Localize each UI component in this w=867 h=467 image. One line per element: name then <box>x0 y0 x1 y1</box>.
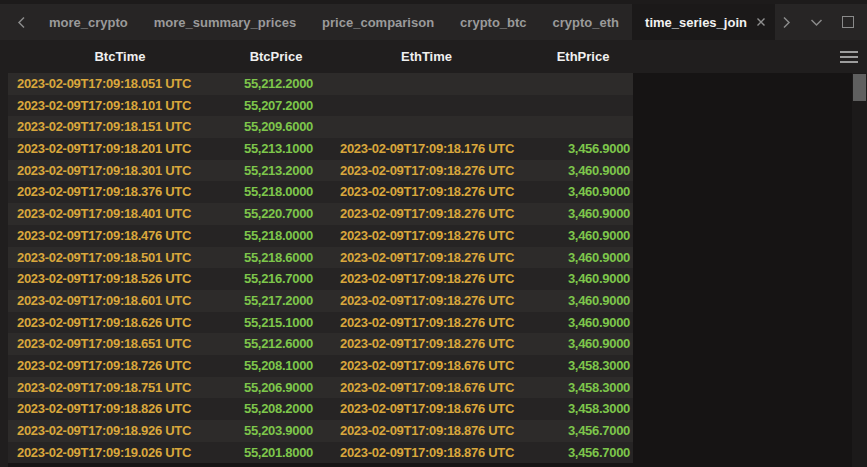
table-row[interactable]: 2023-02-09T17:09:18.476 UTC55,218.000020… <box>8 225 633 247</box>
scroll-tabs-right-button[interactable] <box>782 16 791 29</box>
table-row[interactable]: 2023-02-09T17:09:18.626 UTC55,215.100020… <box>8 312 633 334</box>
table-row[interactable]: 2023-02-09T17:09:18.151 UTC55,209.6000 <box>8 116 633 138</box>
timestamp-cell[interactable]: 2023-02-09T17:09:18.726 UTC <box>8 355 232 377</box>
table-row[interactable]: 2023-02-09T17:09:18.826 UTC55,208.200020… <box>8 398 633 420</box>
price-cell[interactable]: 55,213.1000 <box>232 138 320 160</box>
price-cell[interactable]: 3,460.9000 <box>533 181 633 203</box>
vertical-scrollbar-thumb[interactable] <box>853 74 866 101</box>
timestamp-cell[interactable]: 2023-02-09T17:09:18.826 UTC <box>8 398 232 420</box>
price-cell[interactable]: 55,217.2000 <box>232 290 320 312</box>
timestamp-cell[interactable]: 2023-02-09T17:09:18.276 UTC <box>320 160 533 182</box>
timestamp-cell[interactable]: 2023-02-09T17:09:18.051 UTC <box>8 73 232 95</box>
timestamp-cell[interactable]: 2023-02-09T17:09:18.601 UTC <box>8 290 232 312</box>
timestamp-cell[interactable]: 2023-02-09T17:09:18.101 UTC <box>8 95 232 117</box>
close-tab-icon[interactable] <box>756 17 766 27</box>
timestamp-cell[interactable]: 2023-02-09T17:09:18.151 UTC <box>8 116 232 138</box>
timestamp-cell[interactable]: 2023-02-09T17:09:18.526 UTC <box>8 268 232 290</box>
tab-price-comparison[interactable]: price_comparison <box>309 4 447 40</box>
table-row[interactable]: 2023-02-09T17:09:18.051 UTC55,212.2000 <box>8 73 633 95</box>
vertical-scrollbar[interactable] <box>852 73 867 467</box>
price-cell[interactable]: 55,215.1000 <box>232 312 320 334</box>
table-row[interactable]: 2023-02-09T17:09:18.376 UTC55,218.000020… <box>8 181 633 203</box>
timestamp-cell[interactable]: 2023-02-09T17:09:18.276 UTC <box>320 333 533 355</box>
timestamp-cell[interactable]: 2023-02-09T17:09:18.276 UTC <box>320 268 533 290</box>
maximize-square-icon[interactable] <box>842 16 854 28</box>
tab-time-series-join[interactable]: time_series_join <box>632 4 775 40</box>
timestamp-cell[interactable] <box>320 95 533 117</box>
price-cell[interactable]: 3,456.7000 <box>533 442 633 464</box>
price-cell[interactable]: 55,220.7000 <box>232 203 320 225</box>
price-cell[interactable]: 55,218.0000 <box>232 181 320 203</box>
timestamp-cell[interactable]: 2023-02-09T17:09:18.201 UTC <box>8 138 232 160</box>
timestamp-cell[interactable]: 2023-02-09T17:09:18.876 UTC <box>320 420 533 442</box>
column-header-btctime[interactable]: BtcTime <box>8 40 232 73</box>
price-cell[interactable] <box>533 95 633 117</box>
scroll-tabs-left-button[interactable] <box>6 4 36 40</box>
table-row[interactable]: 2023-02-09T17:09:18.726 UTC55,208.100020… <box>8 355 633 377</box>
table-row[interactable]: 2023-02-09T17:09:18.601 UTC55,217.200020… <box>8 290 633 312</box>
price-cell[interactable]: 3,458.3000 <box>533 355 633 377</box>
timestamp-cell[interactable]: 2023-02-09T17:09:18.676 UTC <box>320 398 533 420</box>
price-cell[interactable]: 55,218.0000 <box>232 225 320 247</box>
timestamp-cell[interactable]: 2023-02-09T17:09:18.926 UTC <box>8 420 232 442</box>
tab-list-dropdown-button[interactable] <box>810 18 823 27</box>
price-cell[interactable] <box>533 73 633 95</box>
table-row[interactable]: 2023-02-09T17:09:18.751 UTC55,206.900020… <box>8 377 633 399</box>
table-row[interactable]: 2023-02-09T17:09:18.301 UTC55,213.200020… <box>8 160 633 182</box>
table-row[interactable]: 2023-02-09T17:09:18.501 UTC55,218.600020… <box>8 247 633 269</box>
timestamp-cell[interactable]: 2023-02-09T17:09:18.401 UTC <box>8 203 232 225</box>
timestamp-cell[interactable]: 2023-02-09T17:09:18.476 UTC <box>8 225 232 247</box>
column-header-ethprice[interactable]: EthPrice <box>533 40 633 73</box>
timestamp-cell[interactable]: 2023-02-09T17:09:18.276 UTC <box>320 225 533 247</box>
table-row[interactable]: 2023-02-09T17:09:18.926 UTC55,203.900020… <box>8 420 633 442</box>
price-cell[interactable]: 55,212.2000 <box>232 73 320 95</box>
price-cell[interactable]: 55,201.8000 <box>232 442 320 464</box>
price-cell[interactable] <box>533 116 633 138</box>
price-cell[interactable]: 55,209.6000 <box>232 116 320 138</box>
hamburger-menu-icon[interactable] <box>840 51 858 66</box>
price-cell[interactable]: 55,208.1000 <box>232 355 320 377</box>
price-cell[interactable]: 3,460.9000 <box>533 160 633 182</box>
price-cell[interactable]: 3,460.9000 <box>533 225 633 247</box>
column-header-ethtime[interactable]: EthTime <box>320 40 533 73</box>
price-cell[interactable]: 55,207.2000 <box>232 95 320 117</box>
timestamp-cell[interactable]: 2023-02-09T17:09:19.026 UTC <box>8 442 232 464</box>
timestamp-cell[interactable] <box>320 116 533 138</box>
price-cell[interactable]: 55,212.6000 <box>232 333 320 355</box>
price-cell[interactable]: 3,460.9000 <box>533 290 633 312</box>
tab-more-summary-prices[interactable]: more_summary_prices <box>141 4 309 40</box>
price-cell[interactable]: 55,208.2000 <box>232 398 320 420</box>
timestamp-cell[interactable]: 2023-02-09T17:09:18.376 UTC <box>8 181 232 203</box>
timestamp-cell[interactable]: 2023-02-09T17:09:18.276 UTC <box>320 290 533 312</box>
timestamp-cell[interactable]: 2023-02-09T17:09:18.276 UTC <box>320 312 533 334</box>
timestamp-cell[interactable]: 2023-02-09T17:09:18.876 UTC <box>320 442 533 464</box>
price-cell[interactable]: 55,203.9000 <box>232 420 320 442</box>
timestamp-cell[interactable]: 2023-02-09T17:09:18.626 UTC <box>8 312 232 334</box>
table-row[interactable]: 2023-02-09T17:09:18.401 UTC55,220.700020… <box>8 203 633 225</box>
timestamp-cell[interactable]: 2023-02-09T17:09:18.276 UTC <box>320 247 533 269</box>
price-cell[interactable]: 3,460.9000 <box>533 203 633 225</box>
price-cell[interactable]: 3,460.9000 <box>533 312 633 334</box>
timestamp-cell[interactable]: 2023-02-09T17:09:18.276 UTC <box>320 181 533 203</box>
timestamp-cell[interactable]: 2023-02-09T17:09:18.276 UTC <box>320 203 533 225</box>
price-cell[interactable]: 55,218.6000 <box>232 247 320 269</box>
price-cell[interactable]: 3,460.9000 <box>533 268 633 290</box>
timestamp-cell[interactable]: 2023-02-09T17:09:18.751 UTC <box>8 377 232 399</box>
price-cell[interactable]: 3,458.3000 <box>533 398 633 420</box>
price-cell[interactable]: 55,206.9000 <box>232 377 320 399</box>
price-cell[interactable]: 3,460.9000 <box>533 333 633 355</box>
table-row[interactable]: 2023-02-09T17:09:19.026 UTC55,201.800020… <box>8 442 633 464</box>
table-row[interactable]: 2023-02-09T17:09:18.101 UTC55,207.2000 <box>8 95 633 117</box>
timestamp-cell[interactable]: 2023-02-09T17:09:18.676 UTC <box>320 355 533 377</box>
table-row[interactable]: 2023-02-09T17:09:18.201 UTC55,213.100020… <box>8 138 633 160</box>
price-cell[interactable]: 55,213.2000 <box>232 160 320 182</box>
timestamp-cell[interactable]: 2023-02-09T17:09:18.676 UTC <box>320 377 533 399</box>
timestamp-cell[interactable]: 2023-02-09T17:09:18.501 UTC <box>8 247 232 269</box>
tab-crypto-btc[interactable]: crypto_btc <box>447 4 539 40</box>
price-cell[interactable]: 3,456.9000 <box>533 138 633 160</box>
tab-more-crypto[interactable]: more_crypto <box>36 4 141 40</box>
price-cell[interactable]: 55,216.7000 <box>232 268 320 290</box>
price-cell[interactable]: 3,456.7000 <box>533 420 633 442</box>
timestamp-cell[interactable]: 2023-02-09T17:09:18.651 UTC <box>8 333 232 355</box>
price-cell[interactable]: 3,458.3000 <box>533 377 633 399</box>
